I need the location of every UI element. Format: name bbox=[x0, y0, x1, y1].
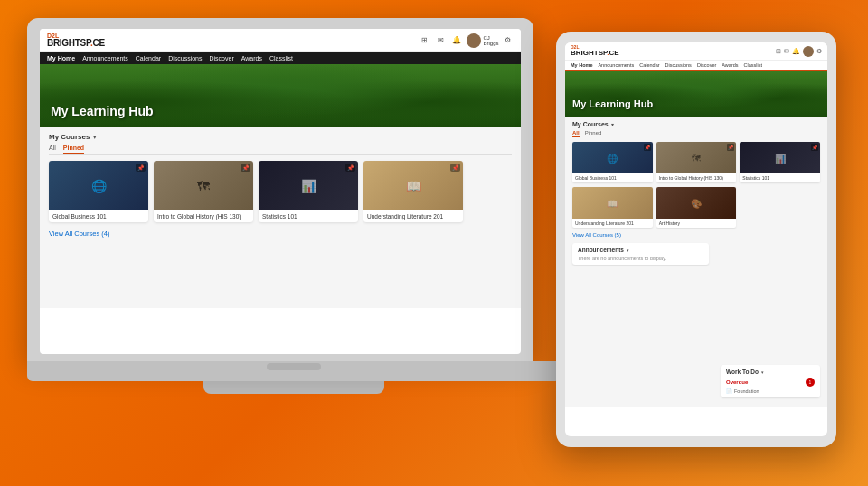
tablet-course-business[interactable]: 🌐 📌 Global Business 101 bbox=[572, 142, 653, 182]
course-card-business[interactable]: 🌐 📌 Global Business 101 bbox=[49, 161, 148, 222]
nav-item-classlist[interactable]: Classlist bbox=[269, 55, 293, 61]
tablet-course-empty bbox=[740, 187, 820, 228]
tablet-courses-row2: 📖 Understanding Literature 201 🎨 Art His… bbox=[572, 187, 820, 228]
tablet-nav-calendar[interactable]: Calendar bbox=[639, 62, 659, 68]
tablet-ann-title: Announcements bbox=[578, 247, 624, 253]
nav-item-awards[interactable]: Awards bbox=[241, 55, 262, 61]
laptop-logo-name: BRIGHTSP.CE bbox=[47, 39, 105, 48]
tablet-ann-empty: There are no announcements to display. bbox=[578, 256, 703, 261]
tablet-hero: My Learning Hub bbox=[565, 71, 827, 117]
tablet-pin-business: 📌 bbox=[644, 144, 651, 151]
bell-icon[interactable]: 🔔 bbox=[450, 34, 463, 47]
tablet-pin-stats: 📌 bbox=[811, 144, 818, 151]
tablet-header: D2L BRIGHTSP.CE ⊞ ✉ 🔔 ⚙ bbox=[565, 42, 827, 61]
course-card-history[interactable]: 🗺 📌 Intro to Global History (HIS 130) bbox=[154, 161, 253, 222]
laptop-logo: D2L BRIGHTSP.CE bbox=[47, 33, 105, 48]
laptop-body: D2L BRIGHTSP.CE ⊞ ✉ 🔔 CJ Briggs ⚙ My Hom… bbox=[27, 18, 533, 361]
nav-item-my-home[interactable]: My Home bbox=[47, 55, 75, 61]
laptop-tab-all[interactable]: All bbox=[49, 145, 56, 154]
tablet-course-stats[interactable]: 📊 📌 Statistics 101 bbox=[740, 142, 820, 182]
tablet-content: My Courses ▾ All Pinned 🌐 📌 Global Busin… bbox=[565, 117, 827, 407]
tablet-work-title: Work To Do bbox=[726, 369, 759, 375]
nav-item-discover[interactable]: Discover bbox=[210, 55, 234, 61]
tablet-avatar[interactable] bbox=[803, 46, 814, 57]
tablet-course-name-business: Global Business 101 bbox=[572, 173, 653, 182]
tablet-header-icons: ⊞ ✉ 🔔 ⚙ bbox=[776, 46, 822, 57]
tablet-tab-pinned[interactable]: Pinned bbox=[585, 130, 602, 137]
thumb-icon-stats: 📊 bbox=[301, 179, 316, 193]
tablet-thumb-icon-history: 🗺 bbox=[692, 153, 701, 163]
course-thumb-business: 🌐 📌 bbox=[49, 161, 148, 210]
course-pin-stats: 📌 bbox=[345, 164, 355, 172]
laptop-view-all[interactable]: View All Courses (4) bbox=[49, 229, 512, 238]
nav-item-announcements[interactable]: Announcements bbox=[82, 55, 128, 61]
tablet-courses-title: My Courses bbox=[572, 121, 609, 127]
tablet-nav-classlist[interactable]: Classlist bbox=[744, 62, 762, 68]
laptop-course-tabs: All Pinned bbox=[49, 145, 512, 155]
course-pin-history: 📌 bbox=[241, 164, 250, 172]
tablet-view-all[interactable]: View All Courses (5) bbox=[572, 232, 820, 238]
laptop-tab-pinned[interactable]: Pinned bbox=[63, 145, 84, 154]
tablet-foundation-label: Foundation bbox=[734, 388, 760, 394]
tablet-course-literature[interactable]: 📖 Understanding Literature 201 bbox=[572, 187, 653, 228]
tablet-gear-icon[interactable]: ⚙ bbox=[816, 48, 822, 55]
tablet-thumb-business: 🌐 📌 bbox=[572, 142, 653, 173]
laptop-courses-grid: 🌐 📌 Global Business 101 🗺 📌 Intro to Glo… bbox=[49, 161, 512, 222]
tablet-work-arrow[interactable]: ▾ bbox=[761, 369, 764, 375]
thumb-icon-literature: 📖 bbox=[406, 179, 421, 193]
tablet-work-todo: Work To Do ▾ Overdue 1 📄 Foundation bbox=[721, 365, 820, 397]
laptop-courses-arrow[interactable]: ▾ bbox=[93, 134, 97, 141]
tablet-tab-all[interactable]: All bbox=[572, 130, 580, 137]
laptop-hero: My Learning Hub bbox=[40, 64, 521, 127]
laptop-courses-title: My Courses bbox=[49, 133, 90, 141]
nav-item-discussions[interactable]: Discussions bbox=[168, 55, 202, 61]
course-name-history: Intro to Global History (HIS 130) bbox=[154, 210, 253, 222]
laptop-content: My Courses ▾ All Pinned 🌐 📌 Global Busin… bbox=[40, 127, 521, 308]
course-name-stats: Statistics 101 bbox=[259, 210, 358, 222]
mail-icon[interactable]: ✉ bbox=[434, 34, 447, 47]
course-card-literature[interactable]: 📖 📌 Understanding Literature 201 bbox=[363, 161, 463, 222]
tablet-thumb-stats: 📊 📌 bbox=[740, 142, 820, 173]
tablet-thumb-icon-literature: 📖 bbox=[607, 198, 618, 208]
grid-icon[interactable]: ⊞ bbox=[418, 34, 430, 47]
tablet-course-history[interactable]: 🗺 📌 Intro to Global History (HIS 130) bbox=[656, 142, 737, 182]
tablet-grid-icon[interactable]: ⊞ bbox=[776, 48, 781, 55]
tablet-nav-awards[interactable]: Awards bbox=[722, 62, 738, 68]
tablet-bell-icon[interactable]: 🔔 bbox=[792, 48, 800, 55]
course-name-literature: Understanding Literature 201 bbox=[363, 210, 463, 222]
laptop-header-icons: ⊞ ✉ 🔔 CJ Briggs ⚙ bbox=[418, 33, 514, 48]
tablet-logo-name: BRIGHTSP.CE bbox=[571, 50, 619, 57]
tablet-nav-discover[interactable]: Discover bbox=[697, 62, 716, 68]
laptop-section-header: My Courses ▾ bbox=[49, 133, 512, 141]
tablet-course-art[interactable]: 🎨 Art History bbox=[656, 187, 737, 228]
tablet-courses-arrow[interactable]: ▾ bbox=[611, 121, 614, 127]
tablet-courses-row1: 🌐 📌 Global Business 101 🗺 📌 Intro to Glo… bbox=[572, 142, 820, 182]
tablet-overdue-row: Overdue 1 bbox=[726, 378, 815, 387]
tablet-course-name-stats: Statistics 101 bbox=[740, 173, 820, 182]
tablet-nav-discussions[interactable]: Discussions bbox=[665, 62, 692, 68]
tablet-nav-announcements[interactable]: Announcements bbox=[598, 62, 634, 68]
gear-icon[interactable]: ⚙ bbox=[501, 34, 514, 47]
tablet-course-tabs: All Pinned bbox=[572, 130, 820, 137]
course-card-stats[interactable]: 📊 📌 Statistics 101 bbox=[259, 161, 358, 222]
laptop-header: D2L BRIGHTSP.CE ⊞ ✉ 🔔 CJ Briggs ⚙ bbox=[40, 29, 521, 52]
tablet-section-header: My Courses ▾ bbox=[572, 121, 820, 127]
tablet-mail-icon[interactable]: ✉ bbox=[784, 48, 789, 55]
tablet-announcements: Announcements ▾ There are no announcemen… bbox=[572, 243, 709, 265]
tablet-work-header: Work To Do ▾ bbox=[726, 369, 815, 375]
tablet-ann-arrow[interactable]: ▾ bbox=[627, 248, 629, 253]
tablet-course-name-art: Art History bbox=[656, 219, 737, 228]
tablet-nav: My Home Announcements Calendar Discussio… bbox=[565, 61, 827, 71]
tablet-thumb-history: 🗺 📌 bbox=[656, 142, 737, 173]
tablet-thumb-literature: 📖 bbox=[572, 187, 653, 219]
user-name: CJ Briggs bbox=[485, 34, 497, 47]
laptop-screen: D2L BRIGHTSP.CE ⊞ ✉ 🔔 CJ Briggs ⚙ My Hom… bbox=[40, 29, 521, 354]
tablet-course-name-literature: Understanding Literature 201 bbox=[572, 219, 653, 228]
course-thumb-stats: 📊 📌 bbox=[259, 161, 358, 210]
avatar-icon[interactable] bbox=[467, 33, 481, 48]
tablet-nav-home[interactable]: My Home bbox=[571, 62, 592, 68]
nav-item-calendar[interactable]: Calendar bbox=[136, 55, 161, 61]
laptop-hero-title: My Learning Hub bbox=[51, 104, 154, 118]
course-name-business: Global Business 101 bbox=[49, 210, 148, 222]
laptop-nav: My Home Announcements Calendar Discussio… bbox=[40, 52, 521, 64]
